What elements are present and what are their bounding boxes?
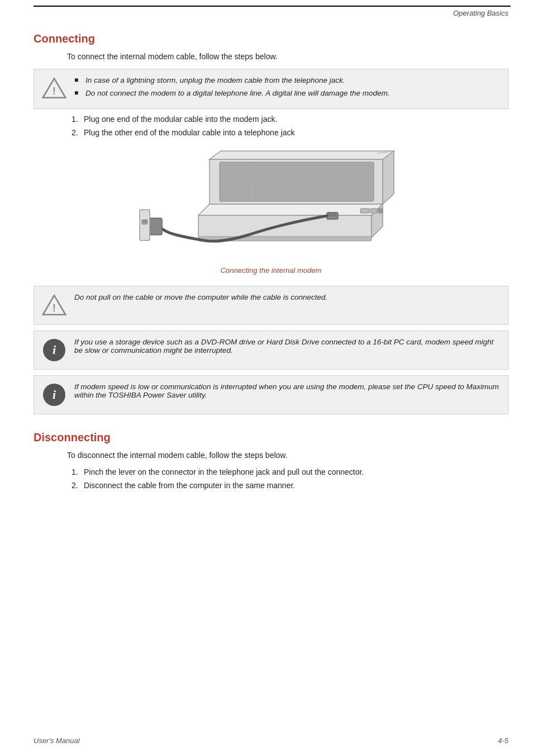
diagram-caption: Connecting the internal modem <box>34 266 508 275</box>
footer-right: 4-5 <box>498 736 508 745</box>
notice-content-1: Do not pull on the cable or move the com… <box>74 293 500 301</box>
notice-box-1: ! Do not pull on the cable or move the c… <box>34 286 508 325</box>
connecting-section: Connecting To connect the internal modem… <box>34 32 508 414</box>
diagram-container: Connecting the internal modem <box>34 148 508 275</box>
notice-text-3: If modem speed is low or communication i… <box>74 382 499 399</box>
step-1: Plug one end of the modular cable into t… <box>67 115 508 124</box>
warning-item-1: In case of a lightning storm, unplug the… <box>74 76 500 84</box>
notice-text-2: If you use a storage device such as a DV… <box>74 338 493 355</box>
connecting-steps: Plug one end of the modular cable into t… <box>67 115 508 137</box>
section-name: Operating Basics <box>453 9 508 17</box>
main-content: Connecting To connect the internal modem… <box>34 27 508 499</box>
svg-marker-3 <box>198 204 383 215</box>
svg-text:!: ! <box>53 303 56 314</box>
info-circle-1: i <box>43 339 65 361</box>
notice-text-1: Do not pull on the cable or move the com… <box>74 293 327 301</box>
warning-triangle-svg-2: ! <box>42 293 66 318</box>
notice-box-2: i If you use a storage device such as a … <box>34 330 508 370</box>
page-footer: User's Manual 4-5 <box>34 736 508 745</box>
svg-text:!: ! <box>53 86 56 97</box>
step-2: Plug the other end of the modular cable … <box>67 128 508 137</box>
page-header: Operating Basics <box>453 9 508 17</box>
svg-rect-12 <box>370 209 377 213</box>
laptop-diagram <box>137 148 405 260</box>
svg-rect-20 <box>140 210 150 240</box>
warning-box-1: ! In case of a lightning storm, unplug t… <box>34 69 508 109</box>
svg-rect-14 <box>327 212 338 219</box>
warning-item-2: Do not connect the modem to a digital te… <box>74 89 500 97</box>
disconnecting-intro: To disconnect the internal modem cable, … <box>67 451 508 460</box>
notice-content-3: If modem speed is low or communication i… <box>74 382 500 399</box>
footer-left: User's Manual <box>34 736 80 745</box>
connecting-heading: Connecting <box>34 32 508 45</box>
disconnecting-step-2: Disconnect the cable from the computer i… <box>67 481 508 490</box>
disconnecting-section: Disconnecting To disconnect the internal… <box>34 431 508 490</box>
steps-list: Plug one end of the modular cable into t… <box>67 115 508 137</box>
svg-marker-8 <box>383 151 394 204</box>
disconnecting-heading: Disconnecting <box>34 431 508 444</box>
connecting-intro: To connect the internal modem cable, fol… <box>67 52 508 61</box>
info-circle-2: i <box>43 384 65 406</box>
page-container: Operating Basics Connecting To connect t… <box>0 0 533 756</box>
notice-box-3: i If modem speed is low or communication… <box>34 375 508 414</box>
warning-content-1: In case of a lightning storm, unplug the… <box>74 76 500 102</box>
warning-list: In case of a lightning storm, unplug the… <box>74 76 500 97</box>
svg-rect-2 <box>198 215 372 238</box>
info-icon-1: i <box>42 338 66 362</box>
disconnecting-step-1: Pinch the lever on the connector in the … <box>67 467 508 476</box>
warning-triangle-svg: ! <box>42 76 66 101</box>
warning-icon-2: ! <box>42 293 66 318</box>
top-rule <box>34 6 511 7</box>
info-icon-2: i <box>42 382 66 407</box>
svg-rect-9 <box>220 162 374 201</box>
warning-icon-1: ! <box>42 76 66 101</box>
svg-marker-7 <box>210 151 394 159</box>
disconnecting-steps-list: Pinch the lever on the connector in the … <box>67 467 508 490</box>
notice-content-2: If you use a storage device such as a DV… <box>74 338 500 355</box>
svg-rect-13 <box>378 209 383 213</box>
svg-rect-11 <box>360 209 369 213</box>
disconnecting-steps: Pinch the lever on the connector in the … <box>67 467 508 490</box>
